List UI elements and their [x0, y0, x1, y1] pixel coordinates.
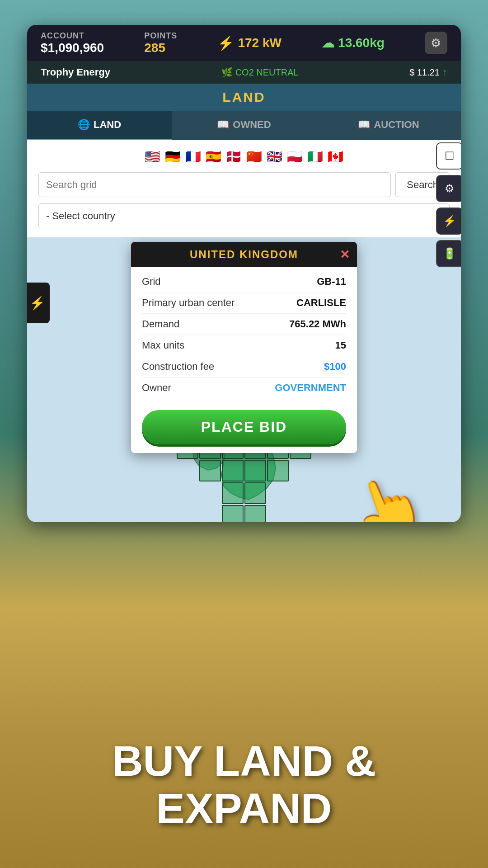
grid-cell[interactable]	[244, 505, 266, 522]
hand-cursor: 👆	[342, 463, 434, 522]
info-row-fee: Construction fee $100	[142, 356, 346, 377]
grid-label: Grid	[142, 276, 161, 288]
flag-gb[interactable]: 🇬🇧	[267, 149, 282, 164]
demand-label: Demand	[142, 318, 179, 330]
owner-label: Owner	[142, 382, 171, 394]
flag-cn[interactable]: 🇨🇳	[246, 149, 262, 164]
grid-cell[interactable]	[177, 482, 198, 504]
flag-es[interactable]: 🇪🇸	[206, 149, 221, 164]
tab-auction[interactable]: 📖 AUCTION	[316, 111, 461, 140]
side-button-battery[interactable]: 🔋	[436, 240, 461, 267]
info-row-demand: Demand 765.22 MWh	[142, 314, 346, 335]
tab-owned-label: OWNED	[233, 119, 271, 131]
points-label: POINTS	[144, 31, 177, 41]
account-label: ACCOUNT	[41, 31, 84, 41]
grid-cell[interactable]	[222, 505, 244, 522]
flag-ca[interactable]: 🇨🇦	[328, 149, 343, 164]
bottom-line1: BUY LAND &	[0, 737, 488, 785]
grid-cell[interactable]	[267, 460, 289, 481]
game-container: ACCOUNT $1,090,960 POINTS 285 ⚡ 172 kW ☁…	[27, 25, 461, 522]
info-row-grid: Grid GB-11	[142, 271, 346, 292]
grid-value: GB-11	[317, 276, 346, 288]
energy-value: 172 kW	[238, 36, 282, 50]
points-value: 285	[144, 41, 165, 55]
fee-label: Construction fee	[142, 361, 214, 373]
sub-status-bar: Trophy Energy 🌿 CO2 NEUTRAL $ 11.21 ↑	[27, 61, 461, 84]
side-button-square[interactable]: ☐	[436, 142, 461, 170]
bottom-line2: EXPAND	[0, 785, 488, 832]
tab-land-label: LAND	[94, 119, 121, 131]
grid-cell[interactable]	[244, 482, 266, 504]
info-rows: Grid GB-11 Primary urban center CARLISLE…	[131, 267, 357, 403]
search-input[interactable]	[38, 172, 391, 197]
grid-cell[interactable]	[244, 460, 266, 481]
info-card-header: UNITED KINGDOM ✕	[131, 242, 357, 267]
lightning-side-icon: ⚡	[443, 215, 456, 227]
demand-value: 765.22 MWh	[289, 318, 346, 330]
side-buttons: ☐ ⚙ ⚡ 🔋	[436, 142, 461, 267]
grid-cell[interactable]	[222, 482, 244, 504]
price-value: $ 11.21	[409, 67, 440, 78]
tab-auction-label: AUCTION	[374, 119, 419, 131]
side-button-gear[interactable]: ⚙	[436, 175, 461, 202]
co2-neutral-badge: 🌿 CO2 NEUTRAL	[221, 67, 299, 78]
grid-cell[interactable]	[290, 482, 311, 504]
flag-us[interactable]: 🇺🇸	[145, 149, 160, 164]
book-icon-auction: 📖	[358, 119, 370, 131]
gear-button[interactable]: ⚙	[425, 32, 447, 54]
tab-land[interactable]: 🌐 LAND	[27, 111, 172, 140]
maxunits-label: Max units	[142, 340, 184, 351]
company-name: Trophy Energy	[41, 66, 110, 78]
price-display: $ 11.21 ↑	[409, 66, 447, 78]
search-panel: 🇺🇸 🇩🇪 🇫🇷 🇪🇸 🇩🇰 🇨🇳 🇬🇧 🇵🇱 🇮🇹 🇨🇦 Search - S…	[27, 140, 461, 237]
grid-cell[interactable]	[267, 482, 289, 504]
left-lightning-icon: ⚡	[29, 296, 45, 311]
tab-owned[interactable]: 📖 OWNED	[172, 111, 316, 140]
grid-cell[interactable]	[290, 505, 311, 522]
country-select-label: - Select country	[46, 210, 115, 222]
globe-icon: 🌐	[78, 119, 90, 131]
grid-cell[interactable]	[199, 460, 221, 481]
flag-de[interactable]: 🇩🇪	[165, 149, 181, 164]
energy-section: ⚡ 172 kW	[217, 35, 282, 51]
info-row-urban: Primary urban center CARLISLE	[142, 292, 346, 314]
flag-row: 🇺🇸 🇩🇪 🇫🇷 🇪🇸 🇩🇰 🇨🇳 🇬🇧 🇵🇱 🇮🇹 🇨🇦	[38, 149, 450, 164]
status-bar: ACCOUNT $1,090,960 POINTS 285 ⚡ 172 kW ☁…	[27, 25, 461, 61]
grid-cell[interactable]	[290, 460, 311, 481]
flag-pl[interactable]: 🇵🇱	[287, 149, 303, 164]
grid-cell[interactable]	[177, 460, 198, 481]
maxunits-value: 15	[335, 340, 346, 351]
price-arrow-icon: ↑	[442, 66, 447, 78]
fee-value: $100	[324, 361, 346, 373]
book-icon-owned: 📖	[217, 119, 229, 131]
side-button-lightning[interactable]: ⚡	[436, 208, 461, 235]
points-section: POINTS 285	[144, 31, 177, 55]
flag-it[interactable]: 🇮🇹	[307, 149, 323, 164]
place-bid-button[interactable]: PLACE BID	[142, 410, 346, 444]
land-title-bar: LAND	[27, 84, 461, 111]
land-title: LAND	[222, 90, 265, 105]
left-side-button[interactable]: ⚡	[27, 283, 50, 323]
bottom-text: BUY LAND & EXPAND	[0, 737, 488, 832]
tab-bar: 🌐 LAND 📖 OWNED 📖 AUCTION	[27, 111, 461, 140]
grid-cell[interactable]	[177, 505, 198, 522]
co2-neutral-label: CO2 NEUTRAL	[235, 67, 299, 78]
grid-cell[interactable]	[222, 460, 244, 481]
owner-value: GOVERNMENT	[275, 382, 346, 394]
account-section: ACCOUNT $1,090,960	[41, 31, 104, 55]
flag-dk[interactable]: 🇩🇰	[226, 149, 242, 164]
map-area[interactable]: UNITED KINGDOM ✕ Grid GB-11 Primary urba…	[27, 237, 461, 522]
land-panel: LAND 🌐 LAND 📖 OWNED 📖 AUCTION 🇺🇸 🇩🇪 🇫🇷	[27, 84, 461, 522]
country-select[interactable]: - Select country	[38, 203, 450, 228]
info-row-maxunits: Max units 15	[142, 335, 346, 356]
search-row: Search	[38, 172, 450, 197]
grid-cell[interactable]	[199, 482, 221, 504]
square-icon: ☐	[445, 150, 455, 162]
urban-value: CARLISLE	[296, 297, 346, 309]
close-button[interactable]: ✕	[340, 247, 350, 261]
battery-icon: 🔋	[443, 247, 456, 260]
flag-fr[interactable]: 🇫🇷	[185, 149, 201, 164]
info-card-title: UNITED KINGDOM	[190, 248, 298, 261]
grid-cell[interactable]	[199, 505, 221, 522]
grid-cell[interactable]	[267, 505, 289, 522]
